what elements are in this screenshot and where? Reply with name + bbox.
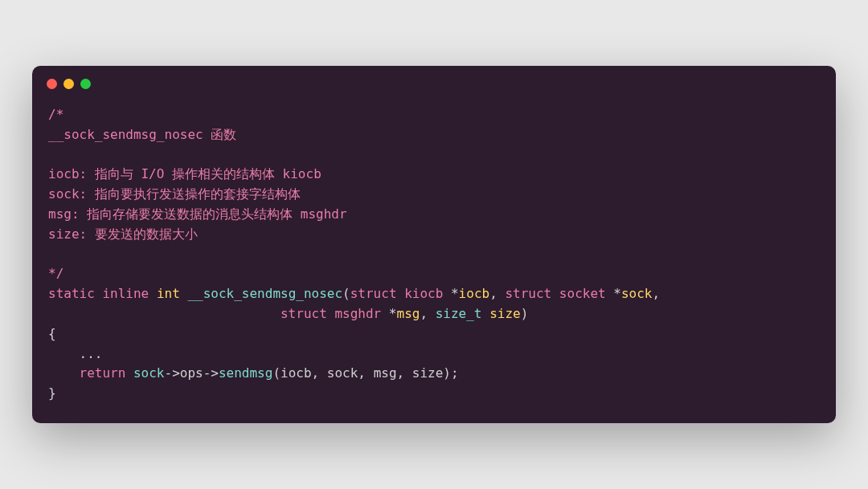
comma2: , <box>652 286 660 301</box>
semi: ; <box>451 365 459 381</box>
comment-open: /* <box>48 107 63 122</box>
arrow2: -> <box>203 365 219 381</box>
star1: * <box>451 286 459 301</box>
kw-static: static <box>48 286 95 301</box>
kw-return: return <box>80 365 126 381</box>
arg-sock: sock <box>327 365 358 381</box>
arrow1: -> <box>165 365 180 381</box>
comment-iocb: iocb: 指向与 I/O 操作相关的结构体 kiocb <box>48 166 321 181</box>
maximize-icon[interactable] <box>80 79 91 89</box>
id-ops: ops <box>180 365 203 381</box>
code-block: /* __sock_sendmsg_nosec 函数 iocb: 指向与 I/O… <box>32 96 836 423</box>
type-kiocb: kiocb <box>404 286 443 301</box>
comment-close: */ <box>48 266 63 281</box>
comma3: , <box>420 306 428 321</box>
star3: * <box>389 306 397 321</box>
comment-msg: msg: 指向存储要发送数据的消息头结构体 msghdr <box>48 206 347 222</box>
func-name: __sock_sendmsg_nosec <box>187 286 342 301</box>
type-sizet: size_t <box>436 306 482 321</box>
method-sendmsg: sendmsg <box>219 365 272 381</box>
paren-close: ) <box>521 306 529 321</box>
arg-iocb: iocb <box>280 365 312 381</box>
window-titlebar <box>32 66 836 96</box>
brace-close: } <box>48 385 56 401</box>
close-icon[interactable] <box>47 79 57 89</box>
ellipsis: ... <box>48 346 102 361</box>
arg-msg: msg <box>374 365 397 381</box>
comment-size: size: 要发送的数据大小 <box>48 226 198 242</box>
comma6: , <box>397 365 405 381</box>
code-window: /* __sock_sendmsg_nosec 函数 iocb: 指向与 I/O… <box>32 66 836 423</box>
param-iocb: iocb <box>459 286 490 301</box>
minimize-icon[interactable] <box>63 79 74 89</box>
brace-open: { <box>48 326 56 341</box>
indent-line2 <box>48 306 280 321</box>
kw-struct1: struct <box>350 286 397 301</box>
id-sock: sock <box>133 365 165 381</box>
paren-close2: ) <box>443 365 451 381</box>
comment-sock: sock: 指向要执行发送操作的套接字结构体 <box>48 186 301 202</box>
paren-open2: ( <box>272 365 280 381</box>
param-msg: msg <box>397 306 420 321</box>
param-size: size <box>489 306 521 321</box>
paren-open: ( <box>342 286 350 301</box>
kw-struct2: struct <box>505 286 551 301</box>
type-socket: socket <box>559 286 606 301</box>
comment-line1: __sock_sendmsg_nosec 函数 <box>48 127 236 142</box>
kw-int: int <box>157 286 180 301</box>
kw-struct3: struct <box>280 306 327 321</box>
comma1: , <box>489 286 497 301</box>
param-sock: sock <box>621 286 653 301</box>
comma4: , <box>312 365 320 381</box>
arg-size: size <box>412 365 444 381</box>
type-msghdr: msghdr <box>334 306 381 321</box>
kw-inline: inline <box>102 286 149 301</box>
indent-return <box>48 365 80 381</box>
comma5: , <box>358 365 366 381</box>
star2: * <box>613 286 621 301</box>
